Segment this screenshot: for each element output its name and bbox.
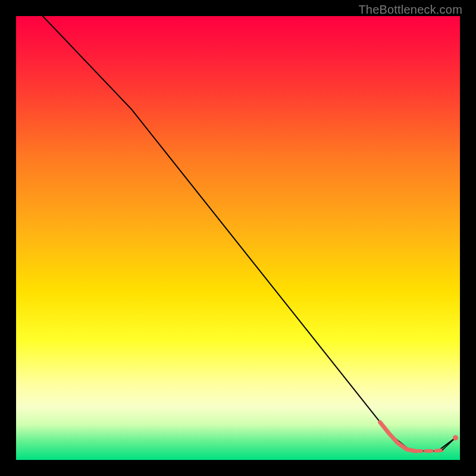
curve-series xyxy=(43,16,456,451)
svg-point-0 xyxy=(453,435,458,440)
chart-frame: TheBottleneck.com xyxy=(0,0,476,476)
watermark-text: TheBottleneck.com xyxy=(358,3,462,17)
plot-area xyxy=(16,16,460,460)
highlight-series xyxy=(380,422,458,451)
chart-svg xyxy=(16,16,460,460)
